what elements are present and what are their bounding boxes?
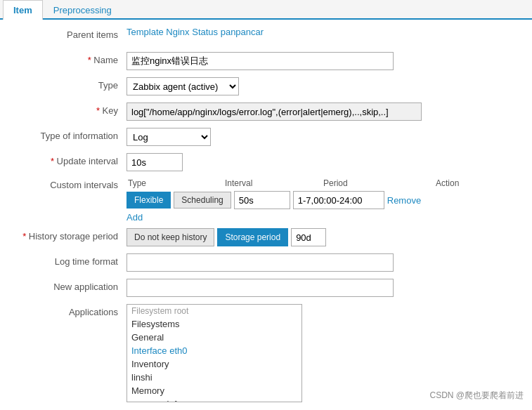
remove-interval-link[interactable]: Remove — [387, 195, 421, 206]
list-item[interactable]: Inventory — [127, 357, 301, 371]
label-update-interval: Update interval — [14, 153, 126, 166]
new-app-input[interactable] — [126, 279, 394, 297]
intervals-section: Type Interval Period Action Flexible Sch… — [126, 178, 478, 223]
row-update-interval: Update interval — [14, 153, 518, 173]
control-key — [126, 102, 518, 121]
control-update-interval — [126, 153, 518, 171]
row-type: Type Zabbix agent (active) — [14, 77, 518, 97]
header-interval: Interval — [225, 178, 323, 188]
label-key: Key — [14, 102, 126, 116]
list-item[interactable]: Memory — [127, 384, 301, 397]
interval-row-0: Flexible Scheduling Remove — [126, 191, 478, 209]
row-key: Key — [14, 102, 518, 122]
type-info-select[interactable]: Log — [126, 128, 211, 146]
label-history: History storage period — [14, 228, 126, 242]
list-item[interactable]: memory info — [127, 397, 301, 402]
label-log-format: Log time format — [14, 253, 126, 267]
period-input[interactable] — [293, 191, 384, 209]
control-name — [126, 52, 518, 70]
control-type: Zabbix agent (active) — [126, 77, 518, 95]
header-period: Period — [323, 178, 436, 188]
tab-preprocessing[interactable]: Preprocessing — [43, 0, 122, 20]
list-item[interactable]: Filesystems — [127, 317, 301, 331]
list-item[interactable]: Filesystem root — [127, 305, 301, 317]
row-custom-intervals: Custom intervals Type Interval Period Ac… — [14, 178, 518, 223]
btn-storage-period[interactable]: Storage period — [217, 228, 288, 246]
label-custom-intervals: Custom intervals — [14, 178, 126, 190]
btn-flexible[interactable]: Flexible — [126, 192, 171, 209]
update-interval-input[interactable] — [126, 153, 183, 171]
row-new-app: New application — [14, 279, 518, 298]
header-action: Action — [436, 178, 478, 188]
interval-value-input[interactable] — [234, 191, 290, 209]
key-input[interactable] — [126, 102, 422, 121]
row-history: History storage period Do not keep histo… — [14, 228, 518, 248]
control-log-format — [126, 253, 518, 272]
label-name: Name — [14, 52, 126, 65]
add-interval-link[interactable]: Add — [126, 212, 143, 223]
list-item[interactable]: Interface eth0 — [127, 344, 301, 357]
list-item[interactable]: General — [127, 331, 301, 344]
control-new-app — [126, 279, 518, 297]
row-applications: Applications Filesystem root Filesystems… — [14, 304, 518, 402]
row-type-info: Type of information Log — [14, 128, 518, 147]
control-history: Do not keep history Storage period — [126, 228, 518, 246]
log-format-input[interactable] — [126, 253, 394, 272]
control-custom-intervals: Type Interval Period Action Flexible Sch… — [126, 178, 518, 223]
tab-item[interactable]: Item — [3, 0, 43, 20]
label-parent-items: Parent items — [14, 27, 126, 40]
label-type: Type — [14, 77, 126, 91]
row-log-format: Log time format — [14, 253, 518, 273]
add-interval-container: Add — [126, 212, 478, 223]
control-parent-items: Template Nginx Status panpancar — [126, 27, 518, 37]
row-parent-items: Parent items Template Nginx Status panpa… — [14, 27, 518, 46]
label-type-info: Type of information — [14, 128, 126, 141]
row-name: Name — [14, 52, 518, 72]
header-type: Type — [126, 178, 225, 188]
intervals-header: Type Interval Period Action — [126, 178, 478, 188]
label-applications: Applications — [14, 304, 126, 317]
type-select[interactable]: Zabbix agent (active) — [126, 77, 239, 95]
form-content: Parent items Template Nginx Status panpa… — [0, 20, 532, 410]
tab-bar: Item Preprocessing — [0, 0, 532, 20]
control-type-info: Log — [126, 128, 518, 146]
applications-list[interactable]: Filesystem root Filesystems General Inte… — [126, 304, 302, 402]
parent-items-link[interactable]: Template Nginx Status panpancar — [126, 27, 264, 37]
control-applications: Filesystem root Filesystems General Inte… — [126, 304, 518, 402]
list-item[interactable]: linshi — [127, 371, 301, 384]
label-new-app: New application — [14, 279, 126, 292]
history-value-input[interactable] — [291, 228, 326, 246]
btn-no-history[interactable]: Do not keep history — [126, 228, 214, 246]
name-input[interactable] — [126, 52, 394, 70]
btn-scheduling[interactable]: Scheduling — [174, 192, 231, 209]
